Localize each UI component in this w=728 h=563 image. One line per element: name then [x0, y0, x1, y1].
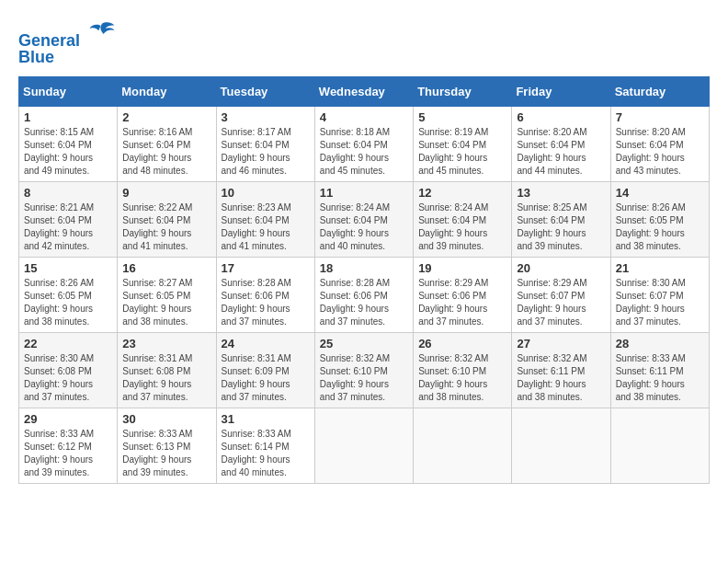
- day-number: 16: [122, 261, 210, 275]
- day-number: 12: [418, 186, 506, 200]
- day-number: 5: [418, 110, 506, 124]
- calendar-day-30: 30Sunrise: 8:33 AM Sunset: 6:13 PM Dayli…: [118, 408, 216, 483]
- day-info: Sunrise: 8:33 AM Sunset: 6:13 PM Dayligh…: [122, 428, 210, 479]
- calendar-day-6: 6Sunrise: 8:20 AM Sunset: 6:04 PM Daylig…: [512, 106, 610, 181]
- day-info: Sunrise: 8:30 AM Sunset: 6:07 PM Dayligh…: [616, 277, 704, 328]
- day-number: 3: [222, 110, 310, 124]
- day-info: Sunrise: 8:29 AM Sunset: 6:06 PM Dayligh…: [418, 277, 506, 328]
- day-number: 26: [418, 337, 506, 350]
- calendar-day-12: 12Sunrise: 8:24 AM Sunset: 6:04 PM Dayli…: [414, 181, 512, 257]
- day-info: Sunrise: 8:15 AM Sunset: 6:04 PM Dayligh…: [24, 126, 112, 178]
- logo-text: General: [18, 18, 116, 52]
- day-info: Sunrise: 8:22 AM Sunset: 6:04 PM Dayligh…: [122, 201, 210, 253]
- day-info: Sunrise: 8:32 AM Sunset: 6:10 PM Dayligh…: [320, 352, 408, 404]
- calendar-week-1: 1Sunrise: 8:15 AM Sunset: 6:04 PM Daylig…: [19, 106, 710, 181]
- calendar-table: SundayMondayTuesdayWednesdayThursdayFrid…: [18, 76, 710, 484]
- day-info: Sunrise: 8:18 AM Sunset: 6:04 PM Dayligh…: [320, 126, 408, 178]
- day-header-tuesday: Tuesday: [216, 76, 314, 106]
- calendar-day-13: 13Sunrise: 8:25 AM Sunset: 6:04 PM Dayli…: [512, 181, 610, 257]
- calendar-day-1: 1Sunrise: 8:15 AM Sunset: 6:04 PM Daylig…: [19, 106, 118, 181]
- calendar-day-8: 8Sunrise: 8:21 AM Sunset: 6:04 PM Daylig…: [19, 181, 118, 257]
- day-info: Sunrise: 8:33 AM Sunset: 6:11 PM Dayligh…: [616, 352, 704, 404]
- day-info: Sunrise: 8:19 AM Sunset: 6:04 PM Dayligh…: [418, 126, 506, 178]
- calendar-day-5: 5Sunrise: 8:19 AM Sunset: 6:04 PM Daylig…: [414, 106, 512, 181]
- calendar-day-20: 20Sunrise: 8:29 AM Sunset: 6:07 PM Dayli…: [512, 257, 610, 332]
- page-header: General Blue: [18, 18, 710, 67]
- day-info: Sunrise: 8:32 AM Sunset: 6:11 PM Dayligh…: [517, 352, 605, 404]
- calendar-day-27: 27Sunrise: 8:32 AM Sunset: 6:11 PM Dayli…: [512, 332, 610, 408]
- day-info: Sunrise: 8:32 AM Sunset: 6:10 PM Dayligh…: [418, 352, 506, 404]
- calendar-day-29: 29Sunrise: 8:33 AM Sunset: 6:12 PM Dayli…: [19, 408, 118, 483]
- day-headers-row: SundayMondayTuesdayWednesdayThursdayFrid…: [19, 76, 710, 106]
- logo: General Blue: [18, 18, 116, 67]
- day-header-wednesday: Wednesday: [314, 76, 413, 106]
- day-number: 15: [24, 261, 112, 275]
- calendar-day-26: 26Sunrise: 8:32 AM Sunset: 6:10 PM Dayli…: [414, 332, 512, 408]
- day-info: Sunrise: 8:33 AM Sunset: 6:12 PM Dayligh…: [24, 428, 112, 479]
- empty-cell: [610, 408, 709, 483]
- calendar-day-9: 9Sunrise: 8:22 AM Sunset: 6:04 PM Daylig…: [118, 181, 216, 257]
- day-number: 14: [616, 186, 704, 200]
- day-number: 13: [517, 186, 605, 200]
- day-number: 17: [222, 261, 310, 275]
- calendar-day-22: 22Sunrise: 8:30 AM Sunset: 6:08 PM Dayli…: [19, 332, 118, 408]
- day-info: Sunrise: 8:26 AM Sunset: 6:05 PM Dayligh…: [616, 201, 704, 253]
- calendar-week-5: 29Sunrise: 8:33 AM Sunset: 6:12 PM Dayli…: [19, 408, 710, 483]
- day-number: 29: [24, 412, 112, 426]
- calendar-day-24: 24Sunrise: 8:31 AM Sunset: 6:09 PM Dayli…: [216, 332, 314, 408]
- calendar-day-23: 23Sunrise: 8:31 AM Sunset: 6:08 PM Dayli…: [118, 332, 216, 408]
- day-info: Sunrise: 8:26 AM Sunset: 6:05 PM Dayligh…: [24, 277, 112, 328]
- calendar-day-15: 15Sunrise: 8:26 AM Sunset: 6:05 PM Dayli…: [19, 257, 118, 332]
- day-info: Sunrise: 8:29 AM Sunset: 6:07 PM Dayligh…: [517, 277, 605, 328]
- calendar-week-4: 22Sunrise: 8:30 AM Sunset: 6:08 PM Dayli…: [19, 332, 710, 408]
- day-info: Sunrise: 8:30 AM Sunset: 6:08 PM Dayligh…: [24, 352, 112, 404]
- day-info: Sunrise: 8:33 AM Sunset: 6:14 PM Dayligh…: [222, 428, 310, 479]
- day-header-friday: Friday: [512, 76, 610, 106]
- day-number: 10: [222, 186, 310, 200]
- day-number: 11: [320, 186, 408, 200]
- day-number: 9: [122, 186, 210, 200]
- calendar-day-18: 18Sunrise: 8:28 AM Sunset: 6:06 PM Dayli…: [314, 257, 413, 332]
- empty-cell: [414, 408, 512, 483]
- day-header-monday: Monday: [118, 76, 216, 106]
- day-number: 2: [122, 110, 210, 124]
- day-number: 19: [418, 261, 506, 275]
- day-number: 8: [24, 186, 112, 200]
- calendar-day-28: 28Sunrise: 8:33 AM Sunset: 6:11 PM Dayli…: [610, 332, 709, 408]
- calendar-day-2: 2Sunrise: 8:16 AM Sunset: 6:04 PM Daylig…: [118, 106, 216, 181]
- calendar-day-10: 10Sunrise: 8:23 AM Sunset: 6:04 PM Dayli…: [216, 181, 314, 257]
- day-info: Sunrise: 8:24 AM Sunset: 6:04 PM Dayligh…: [320, 201, 408, 253]
- day-number: 27: [517, 337, 605, 350]
- day-info: Sunrise: 8:25 AM Sunset: 6:04 PM Dayligh…: [517, 201, 605, 253]
- empty-cell: [512, 408, 610, 483]
- day-number: 25: [320, 337, 408, 350]
- calendar-day-4: 4Sunrise: 8:18 AM Sunset: 6:04 PM Daylig…: [314, 106, 413, 181]
- calendar-day-14: 14Sunrise: 8:26 AM Sunset: 6:05 PM Dayli…: [610, 181, 709, 257]
- calendar-day-16: 16Sunrise: 8:27 AM Sunset: 6:05 PM Dayli…: [118, 257, 216, 332]
- day-number: 20: [517, 261, 605, 275]
- day-number: 28: [616, 337, 704, 350]
- day-number: 7: [616, 110, 704, 124]
- day-info: Sunrise: 8:31 AM Sunset: 6:08 PM Dayligh…: [122, 352, 210, 404]
- day-header-sunday: Sunday: [19, 76, 118, 106]
- calendar-day-3: 3Sunrise: 8:17 AM Sunset: 6:04 PM Daylig…: [216, 106, 314, 181]
- day-number: 21: [616, 261, 704, 275]
- day-info: Sunrise: 8:28 AM Sunset: 6:06 PM Dayligh…: [320, 277, 408, 328]
- day-number: 18: [320, 261, 408, 275]
- day-number: 1: [24, 110, 112, 124]
- day-number: 4: [320, 110, 408, 124]
- day-info: Sunrise: 8:17 AM Sunset: 6:04 PM Dayligh…: [222, 126, 310, 178]
- day-info: Sunrise: 8:27 AM Sunset: 6:05 PM Dayligh…: [122, 277, 210, 328]
- day-number: 23: [122, 337, 210, 350]
- empty-cell: [314, 408, 413, 483]
- day-number: 30: [122, 412, 210, 426]
- day-number: 24: [222, 337, 310, 350]
- calendar-week-3: 15Sunrise: 8:26 AM Sunset: 6:05 PM Dayli…: [19, 257, 710, 332]
- calendar-day-31: 31Sunrise: 8:33 AM Sunset: 6:14 PM Dayli…: [216, 408, 314, 483]
- day-header-saturday: Saturday: [610, 76, 709, 106]
- calendar-week-2: 8Sunrise: 8:21 AM Sunset: 6:04 PM Daylig…: [19, 181, 710, 257]
- calendar-day-7: 7Sunrise: 8:20 AM Sunset: 6:04 PM Daylig…: [610, 106, 709, 181]
- calendar-day-19: 19Sunrise: 8:29 AM Sunset: 6:06 PM Dayli…: [414, 257, 512, 332]
- calendar-day-17: 17Sunrise: 8:28 AM Sunset: 6:06 PM Dayli…: [216, 257, 314, 332]
- day-number: 31: [222, 412, 310, 426]
